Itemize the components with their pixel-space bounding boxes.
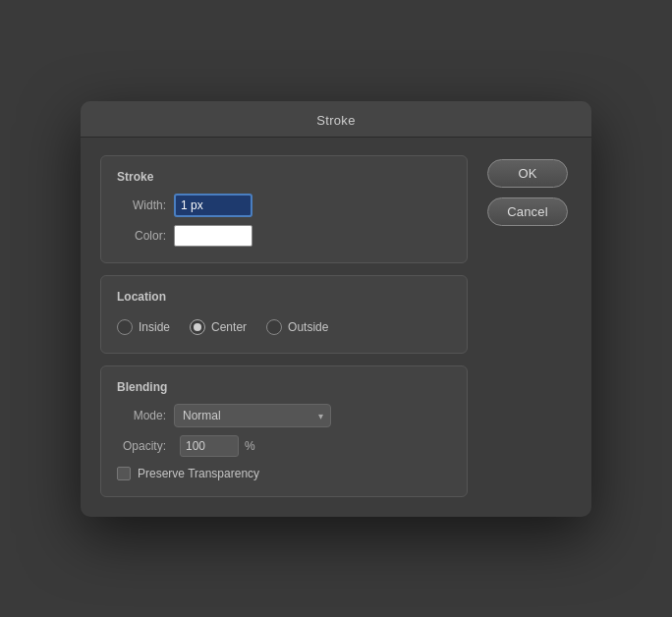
color-label: Color: (117, 229, 166, 243)
dialog-left: Stroke Width: Color: Location Inside (100, 155, 468, 497)
preserve-transparency-row: Preserve Transparency (117, 467, 451, 480)
ok-button[interactable]: OK (487, 159, 568, 188)
radio-circle-outside (266, 319, 282, 335)
radio-inside[interactable]: Inside (117, 319, 170, 335)
stroke-dialog: Stroke Stroke Width: Color: Location (81, 101, 591, 517)
width-row: Width: (117, 194, 451, 217)
radio-outside-label: Outside (288, 320, 328, 334)
radio-center-label: Center (211, 320, 247, 334)
opacity-unit: % (245, 439, 255, 453)
cancel-button[interactable]: Cancel (487, 197, 568, 226)
opacity-label: Opacity: (117, 439, 166, 453)
radio-outside[interactable]: Outside (266, 319, 328, 335)
stroke-section-title: Stroke (117, 170, 451, 184)
radio-inside-label: Inside (139, 320, 170, 334)
opacity-row: Opacity: % (117, 435, 451, 457)
mode-select-wrapper: Normal Dissolve Multiply Screen Overlay … (174, 404, 331, 427)
radio-row: Inside Center Outside (117, 313, 451, 337)
width-label: Width: (117, 198, 166, 212)
radio-circle-center (190, 319, 205, 335)
color-swatch[interactable] (174, 225, 252, 247)
preserve-transparency-checkbox[interactable] (117, 467, 131, 480)
mode-row: Mode: Normal Dissolve Multiply Screen Ov… (117, 404, 451, 427)
dialog-body: Stroke Width: Color: Location Inside (81, 138, 591, 517)
color-row: Color: (117, 225, 451, 247)
opacity-input[interactable] (180, 435, 239, 457)
location-section: Location Inside Center Outside (100, 275, 468, 354)
mode-select[interactable]: Normal Dissolve Multiply Screen Overlay (174, 404, 331, 427)
blending-section-title: Blending (117, 380, 451, 394)
radio-circle-inside (117, 319, 133, 335)
mode-label: Mode: (117, 409, 166, 422)
blending-section: Blending Mode: Normal Dissolve Multiply … (100, 365, 468, 497)
stroke-section: Stroke Width: Color: (100, 155, 468, 263)
radio-center[interactable]: Center (190, 319, 247, 335)
dialog-buttons: OK Cancel (483, 155, 572, 497)
location-section-title: Location (117, 290, 451, 304)
dialog-titlebar: Stroke (81, 101, 591, 138)
dialog-title: Stroke (316, 113, 355, 128)
width-input[interactable] (174, 194, 252, 217)
preserve-transparency-label: Preserve Transparency (138, 467, 259, 480)
